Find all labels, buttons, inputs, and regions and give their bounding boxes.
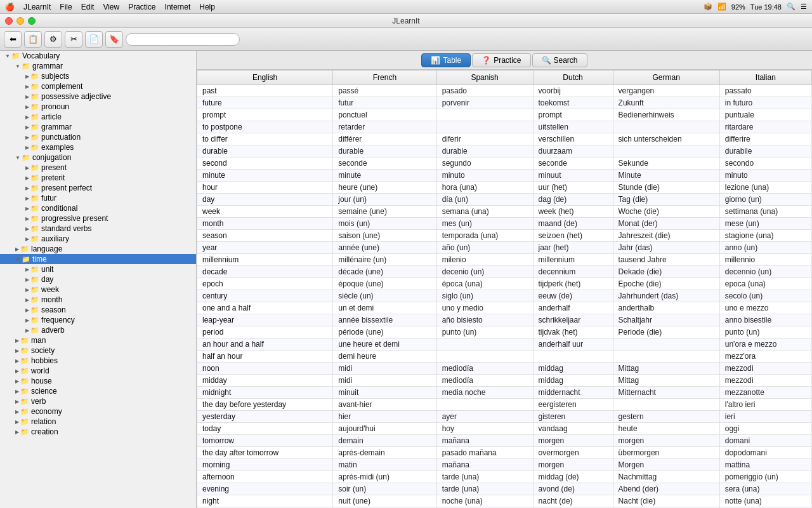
sidebar-item-language[interactable]: ▶📁language <box>0 244 196 254</box>
table-row: centurysiècle (un)siglo (un)eeuw (de)Jah… <box>197 290 812 302</box>
sidebar-item-adverb[interactable]: ▶📁adverb <box>0 325 196 335</box>
table-cell: duurzaam <box>533 145 613 157</box>
table-cell <box>533 351 613 363</box>
sidebar-item-present[interactable]: ▶📁present <box>0 163 196 173</box>
sidebar-item-article[interactable]: ▶📁article <box>0 112 196 122</box>
table-cell: aujourd'hui <box>333 423 436 435</box>
sidebar-item-auxiliary[interactable]: ▶📁auxiliary <box>0 234 196 244</box>
table-cell: anderhalf <box>533 302 613 314</box>
expand-triangle: ▶ <box>25 216 29 222</box>
sidebar-item-pronoun[interactable]: ▶📁pronoun <box>0 102 196 112</box>
sidebar-item-unit[interactable]: ▶📁unit <box>0 264 196 274</box>
toolbar-bookmark-button[interactable]: 🔖 <box>105 31 123 48</box>
sidebar-item-science[interactable]: ▶📁science <box>0 386 196 396</box>
table-cell: giorno (un) <box>719 194 811 206</box>
sidebar-item-vocabulary[interactable]: ▼📁Vocabulary <box>0 51 196 61</box>
table-cell: tarde (una) <box>436 483 533 495</box>
close-button[interactable] <box>5 17 13 25</box>
sidebar-item-grammar[interactable]: ▼📁grammar <box>0 61 196 71</box>
toolbar-back-button[interactable]: ⬅ <box>4 31 22 48</box>
sidebar-item-month[interactable]: ▶📁month <box>0 295 196 305</box>
sidebar-item-day[interactable]: ▶📁day <box>0 274 196 284</box>
sidebar-item-week[interactable]: ▶📁week <box>0 284 196 295</box>
sidebar-item-creation[interactable]: ▶📁creation <box>0 427 196 437</box>
table-cell: mañana <box>436 459 533 471</box>
tab-practice[interactable]: ❓ Practice <box>472 53 530 67</box>
tab-search[interactable]: 🔍 Search <box>532 53 587 67</box>
menu-help[interactable]: Help <box>199 3 215 11</box>
sidebar-item-society[interactable]: ▶📁society <box>0 345 196 356</box>
table-cell: epoch <box>197 278 333 290</box>
table-cell: anderhalf uur <box>533 338 613 351</box>
table-cell: un et demi <box>333 302 436 314</box>
sidebar-item-complement[interactable]: ▶📁complement <box>0 81 196 91</box>
sidebar-item-punctuation[interactable]: ▶📁punctuation <box>0 132 196 142</box>
menu-internet[interactable]: Internet <box>165 3 191 11</box>
sidebar-item-possessive-adjective[interactable]: ▶📁possessive adjective <box>0 91 196 102</box>
sidebar-item-futur[interactable]: ▶📁futur <box>0 193 196 203</box>
sidebar-item-world[interactable]: ▶📁world <box>0 366 196 376</box>
table-row: hourheure (une)hora (una)uur (het)Stunde… <box>197 182 812 194</box>
folder-icon: 📁 <box>30 326 39 335</box>
folder-icon: 📁 <box>30 144 39 152</box>
content-area: 📊 Table ❓ Practice 🔍 Search EnglishFrenc… <box>197 51 812 508</box>
sidebar-item-relation[interactable]: ▶📁relation <box>0 417 196 427</box>
folder-icon: 📁 <box>20 367 29 375</box>
vocabulary-table-container[interactable]: EnglishFrenchSpanishDutchGermanItalian p… <box>197 70 812 508</box>
folder-icon: 📁 <box>20 398 29 406</box>
toolbar-copy-button[interactable]: 📄 <box>85 31 103 48</box>
menu-file[interactable]: File <box>60 3 72 11</box>
sidebar-item-economy[interactable]: ▶📁economy <box>0 406 196 417</box>
sidebar-item-progressive-present[interactable]: ▶📁progressive present <box>0 213 196 224</box>
table-cell: tijdvak (het) <box>533 326 613 338</box>
sidebar-label: conditional <box>41 204 77 213</box>
sidebar-item-frequency[interactable]: ▶📁frequency <box>0 315 196 325</box>
table-cell: seconde <box>533 157 613 170</box>
folder-icon: 📁 <box>30 72 39 81</box>
menu-edit[interactable]: Edit <box>81 3 95 11</box>
sidebar-item-grammar2[interactable]: ▶📁grammar <box>0 122 196 132</box>
apple-menu[interactable]: 🍎 <box>5 3 15 11</box>
sidebar-item-hobbies[interactable]: ▶📁hobbies <box>0 356 196 366</box>
table-cell: evening <box>197 483 333 495</box>
maximize-button[interactable] <box>28 17 36 25</box>
table-cell: decade <box>197 266 333 278</box>
toolbar-search-input[interactable] <box>126 33 240 46</box>
expand-triangle: ▶ <box>25 104 29 110</box>
table-cell: minute <box>197 170 333 182</box>
sidebar-label: standard verbs <box>41 224 91 233</box>
sidebar-item-examples[interactable]: ▶📁examples <box>0 142 196 152</box>
table-row: midnightminuitmedia nochemiddernachtMitt… <box>197 387 812 399</box>
tab-table[interactable]: 📊 Table <box>421 53 471 67</box>
table-cell: middernacht <box>533 387 613 399</box>
table-cell: puntuale <box>719 109 811 121</box>
sidebar-item-house[interactable]: ▶📁house <box>0 376 196 386</box>
sidebar-item-subjects[interactable]: ▶📁subjects <box>0 71 196 81</box>
sidebar-item-present-perfect[interactable]: ▶📁present perfect <box>0 183 196 193</box>
sidebar-item-man[interactable]: ▶📁man <box>0 335 196 345</box>
table-cell: minuit <box>333 387 436 399</box>
toolbar-clipboard-button[interactable]: 📋 <box>24 31 42 48</box>
expand-triangle: ▶ <box>15 389 19 394</box>
table-cell: demi heure <box>333 351 436 363</box>
sidebar-label: day <box>41 275 53 284</box>
sidebar-item-time[interactable]: ▼📁time <box>0 254 196 264</box>
sidebar-item-preterit[interactable]: ▶📁preterit <box>0 173 196 183</box>
sidebar-item-standard-verbs[interactable]: ▶📁standard verbs <box>0 224 196 234</box>
table-cell: semaine (une) <box>333 206 436 218</box>
sidebar-item-conjugation[interactable]: ▼📁conjugation <box>0 152 196 163</box>
menu-practice[interactable]: Practice <box>128 3 155 11</box>
menu-icon[interactable]: ☰ <box>801 3 807 11</box>
menu-view[interactable]: View <box>103 3 119 11</box>
search-icon[interactable]: 🔍 <box>787 3 796 11</box>
minimize-button[interactable] <box>16 17 24 25</box>
table-cell: décade (une) <box>333 266 436 278</box>
sidebar-item-conditional[interactable]: ▶📁conditional <box>0 203 196 213</box>
table-cell: un'ora e mezzo <box>719 338 811 351</box>
toolbar-settings-button[interactable]: ⚙ <box>44 31 62 48</box>
toolbar-scissors-button[interactable]: ✂ <box>65 31 82 48</box>
sidebar-item-verb[interactable]: ▶📁verb <box>0 396 196 406</box>
menu-jlearnit[interactable]: JLearnIt <box>23 3 51 11</box>
sidebar-item-season[interactable]: ▶📁season <box>0 305 196 315</box>
table-cell: ayer <box>436 411 533 423</box>
